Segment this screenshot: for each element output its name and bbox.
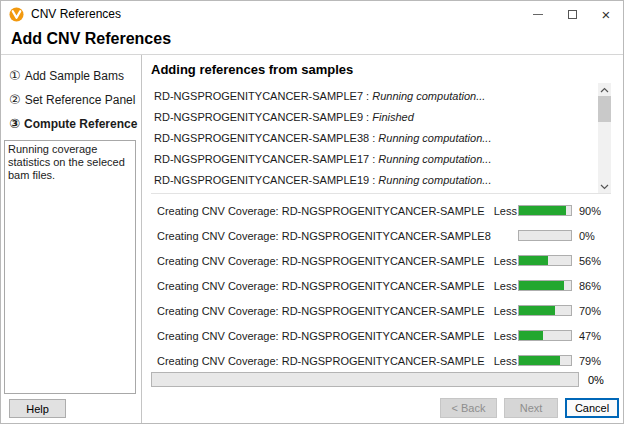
time-remaining: Less than 10 Seconds remaining — [494, 280, 518, 292]
sample-status: Finished — [372, 111, 414, 123]
overall-progress-percent: 0% — [579, 374, 611, 386]
next-button[interactable]: Next — [504, 398, 558, 418]
step-3-label: Compute Reference — [24, 117, 137, 131]
close-button[interactable]: × — [589, 1, 623, 27]
progress-percent: 90% — [579, 205, 611, 217]
sample-status: Running computation... — [378, 153, 491, 165]
progress-row: Creating CNV Coverage: RD-NGSPROGENITYCA… — [151, 198, 611, 223]
title-bar: CNV References × — [1, 1, 623, 27]
minimize-icon — [533, 14, 543, 15]
back-button[interactable]: < Back — [440, 398, 497, 418]
progress-fill — [519, 206, 566, 215]
cnv-references-window: { "window": { "title": "CNV References",… — [0, 0, 624, 424]
step-1-number: ① — [9, 68, 21, 83]
step-2-label: Set Reference Panel — [25, 93, 136, 107]
progress-row: Creating CNV Coverage: RD-NGSPROGENITYCA… — [151, 248, 611, 273]
window-title: CNV References — [31, 7, 121, 21]
sample-status: Running computation... — [378, 174, 491, 186]
sample-status-list: RD-NGSPROGENITYCANCER-SAMPLE7 : Running … — [151, 83, 611, 194]
progress-row: Creating CNV Coverage: RD-NGSPROGENITYCA… — [151, 273, 611, 298]
main-panel: Adding references from samples RD-NGSPRO… — [142, 55, 623, 423]
step-compute-reference[interactable]: ③Compute Reference — [9, 112, 141, 136]
cancel-button[interactable]: Cancel — [565, 398, 619, 418]
help-button[interactable]: Help — [9, 399, 66, 418]
progress-row: Creating CNV Coverage: RD-NGSPROGENITYCA… — [151, 298, 611, 323]
progress-fill — [519, 306, 555, 315]
progress-label: Creating CNV Coverage: RD-NGSPROGENITYCA… — [157, 255, 485, 267]
progress-bar — [518, 255, 572, 266]
step-set-reference-panel[interactable]: ②Set Reference Panel — [9, 88, 141, 112]
sample-separator: : — [369, 153, 378, 165]
progress-fill — [519, 281, 564, 290]
overall-progress: 0% — [151, 372, 611, 387]
scroll-down-button[interactable] — [598, 180, 611, 193]
progress-percent: 70% — [579, 305, 611, 317]
overall-progress-bar — [151, 372, 579, 387]
sample-status-row: RD-NGSPROGENITYCANCER-SAMPLE533 : Runnin… — [154, 191, 595, 194]
time-remaining: Less than 10 Seconds remaining — [494, 355, 518, 367]
wizard-steps: ①Add Sample Bams ②Set Reference Panel ③C… — [1, 55, 141, 136]
time-remaining: Less than 10 Seconds remaining — [494, 255, 518, 267]
sample-name: RD-NGSPROGENITYCANCER-SAMPLE19 — [154, 174, 369, 186]
progress-label: Creating CNV Coverage: RD-NGSPROGENITYCA… — [157, 305, 485, 317]
close-icon: × — [602, 7, 611, 22]
progress-bar — [518, 355, 572, 366]
sample-name: RD-NGSPROGENITYCANCER-SAMPLE38 — [154, 132, 369, 144]
progress-label: Creating CNV Coverage: RD-NGSPROGENITYCA… — [157, 330, 485, 342]
progress-row: Creating CNV Coverage: RD-NGSPROGENITYCA… — [151, 323, 611, 348]
step-3-number: ③ — [9, 116, 20, 131]
progress-fill — [519, 331, 543, 340]
progress-rows: Creating CNV Coverage: RD-NGSPROGENITYCA… — [151, 198, 611, 373]
wizard-sidebar: ①Add Sample Bams ②Set Reference Panel ③C… — [1, 55, 142, 423]
progress-row: Creating CNV Coverage: RD-NGSPROGENITYCA… — [151, 223, 611, 248]
progress-label: Creating CNV Coverage: RD-NGSPROGENITYCA… — [157, 355, 485, 367]
progress-percent: 56% — [579, 255, 611, 267]
step-add-sample-bams[interactable]: ①Add Sample Bams — [9, 64, 141, 88]
progress-bar — [518, 305, 572, 316]
progress-percent: 79% — [579, 355, 611, 367]
sample-status-row: RD-NGSPROGENITYCANCER-SAMPLE19 : Running… — [154, 170, 595, 191]
progress-bar — [518, 280, 572, 291]
time-remaining: Less than 10 Seconds remaining — [494, 205, 518, 217]
scroll-up-button[interactable] — [598, 83, 611, 96]
progress-percent: 0% — [579, 230, 611, 242]
list-scrollbar[interactable] — [598, 83, 611, 193]
progress-bar — [518, 230, 572, 241]
sample-separator: : — [369, 174, 378, 186]
chevron-down-icon — [600, 184, 609, 190]
progress-bar — [518, 205, 572, 216]
minimize-button[interactable] — [521, 1, 555, 27]
sample-name: RD-NGSPROGENITYCANCER-SAMPLE9 — [154, 111, 363, 123]
time-remaining: Less than 10 Seconds remaining — [494, 305, 518, 317]
progress-bar — [518, 330, 572, 341]
progress-row: Creating CNV Coverage: RD-NGSPROGENITYCA… — [151, 348, 611, 373]
step-description: Running coverage statistics on the selec… — [4, 140, 136, 394]
sample-status-row: RD-NGSPROGENITYCANCER-SAMPLE9 : Finished — [154, 107, 595, 128]
maximize-button[interactable] — [555, 1, 589, 27]
time-remaining: Less than 10 Seconds remaining — [494, 330, 518, 342]
sample-status-row: RD-NGSPROGENITYCANCER-SAMPLE7 : Running … — [154, 86, 595, 107]
sample-status: Running computation... — [372, 90, 485, 102]
sample-name: RD-NGSPROGENITYCANCER-SAMPLE17 — [154, 153, 369, 165]
progress-label: Creating CNV Coverage: RD-NGSPROGENITYCA… — [157, 205, 485, 217]
app-logo-icon — [9, 7, 24, 22]
progress-percent: 86% — [579, 280, 611, 292]
wizard-buttons: < Back Next Cancel — [440, 398, 619, 418]
progress-fill — [519, 256, 548, 265]
scrollbar-thumb[interactable] — [598, 96, 611, 122]
sample-separator: : — [363, 111, 372, 123]
maximize-icon — [568, 10, 577, 19]
progress-fill — [519, 356, 560, 365]
progress-label: Creating CNV Coverage: RD-NGSPROGENITYCA… — [157, 280, 485, 292]
sample-name: RD-NGSPROGENITYCANCER-SAMPLE7 — [154, 90, 363, 102]
step-2-number: ② — [9, 92, 21, 107]
sample-status-row: RD-NGSPROGENITYCANCER-SAMPLE17 : Running… — [154, 149, 595, 170]
samples-heading: Adding references from samples — [151, 62, 353, 77]
progress-percent: 47% — [579, 330, 611, 342]
progress-label: Creating CNV Coverage: RD-NGSPROGENITYCA… — [157, 230, 491, 242]
page-title: Add CNV References — [11, 30, 171, 48]
sample-status: Running computation... — [378, 132, 491, 144]
sample-separator: : — [369, 132, 378, 144]
chevron-up-icon — [600, 87, 609, 93]
sample-status-row: RD-NGSPROGENITYCANCER-SAMPLE38 : Running… — [154, 128, 595, 149]
